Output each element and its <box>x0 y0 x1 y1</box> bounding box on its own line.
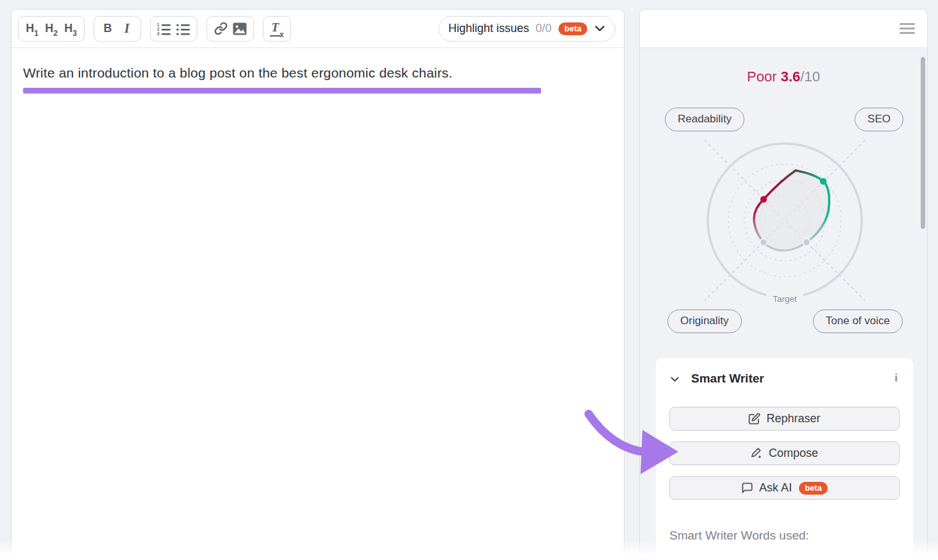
highlighted-sentence-underline <box>23 88 541 94</box>
italic-button[interactable]: I <box>117 18 137 40</box>
collapse-chevron-icon[interactable] <box>671 377 679 382</box>
h3-button[interactable]: H3 <box>61 18 80 40</box>
bold-button[interactable]: B <box>98 18 117 40</box>
gauge-dot-seo <box>820 178 826 185</box>
score-max: /10 <box>800 69 820 85</box>
highlight-issues-label: Highlight issues <box>448 22 529 35</box>
clear-format-group: Tx <box>263 16 291 42</box>
svg-text:3: 3 <box>157 31 160 35</box>
chevron-down-icon <box>595 26 605 31</box>
compose-label: Compose <box>769 447 818 460</box>
h2-digit: 2 <box>53 29 58 38</box>
ask-ai-beta-badge: beta <box>799 482 828 495</box>
h3-digit: 3 <box>72 29 77 38</box>
format-button-group: B I <box>94 16 141 42</box>
gauge-target-label: Target <box>773 294 797 304</box>
svg-text:1: 1 <box>157 22 160 27</box>
highlight-issues-dropdown[interactable]: Highlight issues 0/0 beta <box>439 16 616 42</box>
clear-format-letter: T <box>270 21 280 37</box>
link-button[interactable] <box>211 18 230 40</box>
gauge-dot-originality <box>760 239 767 246</box>
overall-score: Poor 3.6/10 <box>640 69 927 85</box>
insert-button-group <box>206 16 254 42</box>
score-gauge-chart: Target <box>676 111 894 329</box>
gauge-dot-readability <box>760 196 767 202</box>
ordered-list-button[interactable]: 1 2 3 <box>155 18 174 40</box>
score-rating-label: Poor <box>747 69 776 85</box>
image-icon <box>233 22 247 35</box>
ask-ai-label: Ask AI <box>759 481 792 495</box>
smart-writer-card: Smart Writer i Rephraser Compose Ask AI … <box>656 358 913 555</box>
h1-button[interactable]: H1 <box>22 18 42 40</box>
h1-digit: 1 <box>34 29 38 38</box>
smart-writer-words-used-label: Smart Writer Words used: <box>669 529 809 543</box>
rephraser-label: Rephraser <box>766 412 820 425</box>
rephraser-button[interactable]: Rephraser <box>669 407 900 431</box>
info-icon[interactable]: i <box>894 372 898 384</box>
h1-letter: H <box>26 22 34 35</box>
editor-content-area[interactable]: Write an introduction to a blog post on … <box>12 48 624 94</box>
compose-button[interactable]: Compose <box>669 441 900 465</box>
smart-writer-title: Smart Writer <box>691 372 764 386</box>
editor-toolbar: H1 H2 H3 B I 1 2 3 <box>12 10 624 48</box>
beta-badge: beta <box>558 22 587 35</box>
h3-letter: H <box>64 22 72 35</box>
assistant-panel-header <box>640 10 927 48</box>
writing-assistant-panel: Poor 3.6/10 Readability SEO Originality … <box>639 9 928 555</box>
h2-button[interactable]: H2 <box>42 18 61 40</box>
ask-ai-button[interactable]: Ask AI beta <box>669 476 900 500</box>
clear-format-sub: x <box>280 30 284 39</box>
unordered-list-icon <box>176 22 190 35</box>
clear-formatting-button[interactable]: Tx <box>267 18 287 40</box>
svg-text:2: 2 <box>157 27 160 31</box>
editor-panel: H1 H2 H3 B I 1 2 3 <box>11 9 624 555</box>
unordered-list-button[interactable] <box>174 18 193 40</box>
h2-letter: H <box>45 22 53 35</box>
gauge-dot-tone-of-voice <box>803 239 810 246</box>
menu-icon[interactable] <box>900 21 915 37</box>
compose-magic-pen-icon <box>751 447 763 459</box>
list-button-group: 1 2 3 <box>150 16 197 42</box>
link-icon <box>214 22 228 35</box>
score-value: 3.6 <box>781 69 801 85</box>
ask-ai-chat-icon <box>741 482 753 494</box>
ordered-list-icon: 1 2 3 <box>157 22 171 35</box>
heading-button-group: H1 H2 H3 <box>18 16 85 42</box>
rephraser-edit-icon <box>748 413 760 425</box>
image-button[interactable] <box>230 18 249 40</box>
highlight-issues-count: 0/0 <box>535 22 551 35</box>
editor-text[interactable]: Write an introduction to a blog post on … <box>23 65 612 81</box>
